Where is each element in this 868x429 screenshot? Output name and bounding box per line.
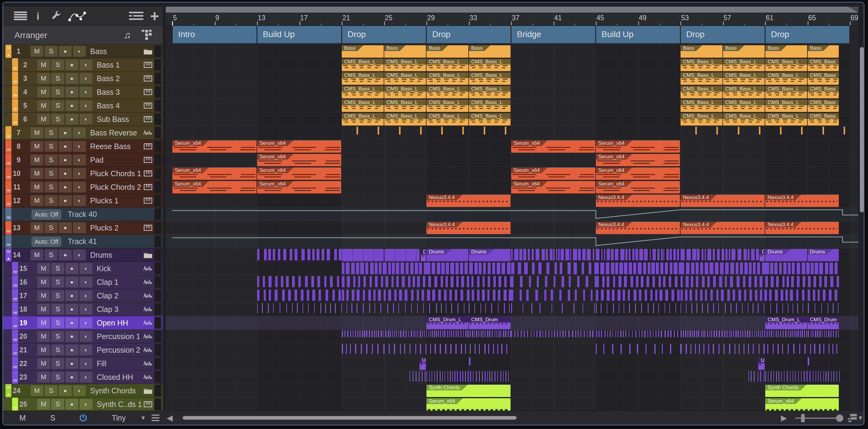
audio-event[interactable] [353, 276, 355, 287]
audio-event[interactable] [437, 371, 438, 382]
audio-event[interactable] [601, 290, 604, 301]
audio-event[interactable] [347, 303, 347, 313]
clip-cms-bass-l[interactable]: CMS_Bass_L [384, 113, 426, 125]
audio-event[interactable] [360, 262, 364, 274]
monitor-button[interactable]: ◐ [73, 46, 86, 57]
audio-event[interactable] [325, 303, 326, 313]
audio-event[interactable] [764, 290, 767, 301]
audio-event[interactable] [621, 344, 622, 354]
audio-event[interactable] [620, 330, 621, 337]
audio-event[interactable] [788, 262, 790, 274]
audio-event[interactable] [730, 276, 733, 287]
audio-event[interactable] [262, 303, 263, 313]
solo-button[interactable]: S [44, 385, 58, 396]
audio-event[interactable] [432, 371, 432, 382]
audio-event[interactable] [440, 330, 441, 337]
audio-event[interactable] [301, 290, 304, 301]
automation-envelope[interactable] [166, 235, 858, 248]
audio-event[interactable] [748, 303, 748, 313]
audio-event[interactable] [647, 330, 648, 337]
audio-event[interactable] [456, 344, 457, 354]
audio-event[interactable] [683, 330, 684, 337]
audio-event[interactable] [713, 249, 715, 260]
audio-event[interactable] [504, 303, 504, 313]
clip-cms-bass-l[interactable]: CMS_Bass_L [723, 73, 765, 85]
audio-event[interactable] [420, 127, 422, 135]
clip-cms-bass-l[interactable]: CMS_Bass_L [681, 113, 722, 125]
clip-cms-bass-l[interactable]: CMS_Bass_L [723, 113, 765, 125]
audio-event[interactable] [758, 371, 758, 382]
clip-cms-bass-l[interactable]: CMS_Bass_L [681, 86, 722, 98]
audio-event[interactable] [430, 344, 431, 354]
audio-event[interactable] [661, 249, 663, 260]
solo-button[interactable]: S [51, 276, 64, 288]
mute-button[interactable]: M [30, 222, 44, 233]
audio-event[interactable] [461, 330, 461, 337]
audio-event[interactable] [370, 262, 374, 274]
solo-button[interactable]: S [51, 59, 64, 70]
audio-event[interactable] [482, 371, 483, 382]
audio-event[interactable] [549, 330, 549, 337]
audio-event[interactable] [257, 290, 259, 301]
audio-event[interactable] [832, 344, 833, 354]
audio-event[interactable] [784, 371, 784, 382]
audio-event[interactable] [738, 249, 741, 260]
audio-event[interactable] [592, 330, 593, 337]
audio-event[interactable] [398, 303, 399, 313]
audio-event[interactable] [665, 290, 668, 301]
audio-event[interactable] [769, 330, 770, 337]
track-row[interactable]: 8MS●◐Reese Bass [3, 140, 163, 153]
audio-event[interactable] [488, 344, 490, 354]
audio-event[interactable] [394, 344, 395, 354]
audio-event[interactable] [793, 371, 793, 382]
audio-event[interactable] [721, 249, 724, 260]
audio-event[interactable] [488, 276, 490, 287]
audio-event[interactable] [603, 344, 604, 354]
solo-button[interactable]: S [44, 127, 58, 139]
track-row[interactable]: Auto: OffTrack 41 [3, 235, 163, 248]
audio-event[interactable] [823, 290, 826, 301]
automation-state-button[interactable]: Auto: Off [32, 210, 61, 219]
audio-event[interactable] [685, 330, 686, 337]
record-button[interactable]: ● [59, 46, 72, 57]
audio-event[interactable] [456, 262, 459, 274]
record-button[interactable]: ● [65, 73, 79, 84]
audio-event[interactable] [587, 249, 591, 260]
track-name[interactable]: Kick [97, 262, 111, 275]
clip-nexus3-4-4[interactable]: Nexus3.4.4 [427, 222, 510, 234]
audio-event[interactable] [422, 371, 422, 382]
audio-event[interactable] [808, 330, 809, 337]
audio-event[interactable] [438, 330, 439, 337]
track-row[interactable]: 13MS●◐Plucks 2 [3, 221, 163, 234]
clip-serum-x64[interactable]: Serum_x64 [257, 167, 341, 180]
audio-event[interactable] [625, 249, 627, 260]
audio-event[interactable] [615, 330, 616, 337]
audio-event[interactable] [441, 276, 443, 287]
audio-event[interactable] [464, 262, 468, 274]
audio-event[interactable] [529, 276, 531, 287]
clip-cms-bass-l[interactable]: CMS_Bass_L [681, 59, 722, 71]
audio-event[interactable] [415, 344, 416, 354]
audio-event[interactable] [632, 249, 634, 260]
audio-event[interactable] [434, 371, 435, 382]
clip-serum-x64[interactable]: Serum_x64 [257, 140, 341, 153]
audio-event[interactable] [776, 330, 777, 337]
track-name[interactable]: Bass 4 [97, 99, 120, 112]
audio-event[interactable] [394, 290, 397, 301]
audio-event[interactable] [534, 330, 534, 337]
audio-event[interactable] [839, 371, 840, 382]
audio-event[interactable] [463, 330, 464, 337]
mute-button[interactable]: M [30, 195, 44, 206]
audio-event[interactable] [844, 127, 845, 135]
audio-event[interactable] [782, 303, 783, 313]
audio-event[interactable] [670, 249, 672, 260]
audio-event[interactable] [268, 249, 271, 260]
audio-event[interactable] [278, 249, 280, 260]
audio-event[interactable] [591, 290, 592, 301]
audio-event[interactable] [686, 262, 689, 274]
audio-event[interactable] [460, 262, 463, 274]
audio-event[interactable] [392, 262, 395, 274]
track-name[interactable]: Percussion 2 [97, 343, 141, 356]
track-name[interactable]: Clap 1 [97, 276, 119, 289]
audio-event[interactable] [815, 303, 815, 313]
